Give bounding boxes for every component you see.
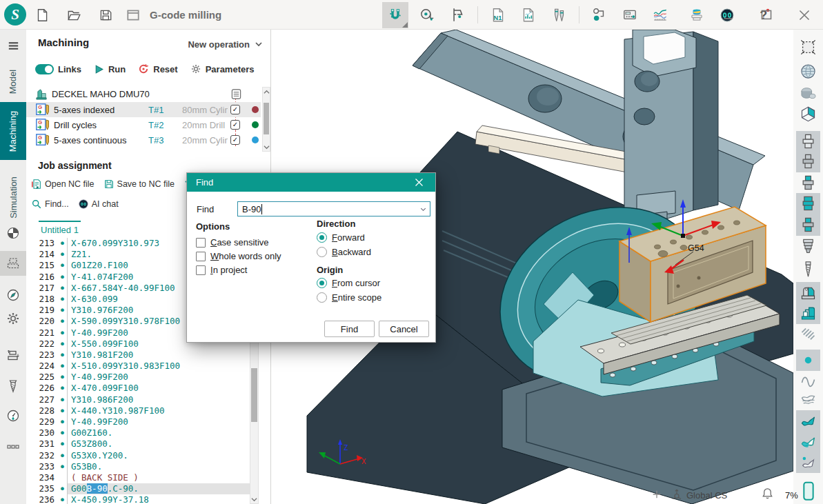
nc-program-icon[interactable]: N1 [486, 3, 510, 27]
gcode-text[interactable]: Y310.981F200 [67, 350, 250, 361]
close-icon[interactable] [411, 175, 426, 190]
chevron-down-icon[interactable] [419, 205, 427, 213]
surface-wire-icon[interactable] [796, 390, 820, 411]
save-to-nc-file-button[interactable]: Save to NC file [103, 179, 175, 190]
operation-row[interactable]: G5-axes continuousT#320mm Cylindrical✓ [26, 132, 261, 148]
zoom-level[interactable]: 7% [785, 490, 798, 501]
sphere-view-icon[interactable] [796, 61, 820, 82]
save-file-icon[interactable] [94, 3, 117, 27]
run-button[interactable]: Run [94, 64, 126, 74]
sidebar-tab-machining[interactable]: Machining [0, 102, 26, 160]
new-file-icon[interactable] [30, 3, 54, 27]
reset-button[interactable]: Reset [138, 63, 177, 74]
maximize-icon[interactable] [755, 3, 778, 27]
stock-transfer-icon[interactable] [0, 343, 26, 367]
cancel-button[interactable]: Cancel [379, 321, 429, 337]
gcode-text[interactable]: X-440.Y310.987F100 [67, 405, 250, 416]
scroll-up-icon[interactable] [263, 88, 270, 96]
gcode-text[interactable]: G53B0. [67, 461, 250, 472]
gauge-icon[interactable] [0, 403, 26, 428]
view-cube-icon[interactable] [796, 103, 820, 125]
scrollbar-thumb[interactable] [264, 103, 269, 134]
node-link-icon[interactable] [588, 3, 611, 27]
ai-chat-button[interactable]: AI chat [78, 199, 119, 210]
graph-analysis-icon[interactable] [648, 3, 672, 27]
tool-drill-icon[interactable] [796, 259, 820, 280]
chevron-down-icon[interactable] [255, 42, 262, 47]
links-toggle[interactable]: Links [35, 64, 81, 74]
find-input[interactable]: B-90 [237, 201, 430, 216]
gcode-text[interactable]: X-450.99Y-37.18 [67, 494, 250, 504]
radio-entire-scope[interactable]: Entire scope [317, 292, 381, 303]
document-tab[interactable]: G-code milling [121, 3, 221, 27]
caliper-icon[interactable] [446, 3, 469, 27]
notes-icon[interactable] [230, 88, 242, 100]
add-cs-icon[interactable] [651, 489, 662, 500]
gcode-text[interactable]: G53Z800. [67, 439, 250, 450]
close-icon[interactable] [793, 3, 816, 27]
find-button[interactable]: Find [324, 321, 375, 337]
radio-from-cursor[interactable]: From cursor [317, 278, 380, 288]
workpiece-icon[interactable] [0, 251, 26, 276]
holder-steel-icon[interactable] [796, 151, 820, 172]
point-icon[interactable] [796, 350, 820, 371]
checkbox-icon[interactable] [196, 238, 206, 248]
scrollbar-thumb[interactable] [251, 368, 257, 422]
gcode-text[interactable]: X-510.099Y310.983F100 [67, 361, 250, 372]
open-nc-file-button[interactable]: Open NC file [31, 179, 95, 190]
radio-icon[interactable] [317, 278, 327, 288]
toolpath-hatch-icon[interactable] [796, 324, 820, 345]
printer-3d-icon[interactable] [685, 3, 708, 27]
gcode-text[interactable]: G00Z160. [67, 427, 250, 439]
holder-teal-icon[interactable] [796, 193, 820, 214]
magnet-icon[interactable] [382, 2, 408, 28]
radio-forward[interactable]: Forward [317, 232, 365, 243]
hamburger-menu-icon[interactable] [0, 35, 26, 56]
bell-icon[interactable] [761, 487, 774, 500]
checkbox-icon[interactable] [196, 252, 206, 261]
radio-icon[interactable] [317, 247, 327, 257]
scroll-down-icon[interactable] [263, 143, 270, 151]
radio-backward[interactable]: Backward [317, 247, 371, 257]
curve-icon[interactable] [796, 369, 820, 390]
fixture-icon[interactable] [796, 282, 820, 303]
surface-dual-icon[interactable] [796, 431, 820, 452]
app-logo[interactable]: S [4, 3, 26, 26]
checkbox-in-project[interactable]: In project [196, 265, 248, 275]
calculator-icon[interactable] [618, 3, 642, 27]
compass-icon[interactable] [0, 283, 26, 308]
radio-icon[interactable] [317, 292, 327, 303]
more-dots-icon[interactable] [0, 434, 26, 459]
minimize-icon[interactable] [717, 3, 740, 27]
open-file-icon[interactable] [62, 3, 86, 27]
tape-measure-icon[interactable] [415, 3, 439, 27]
operations-scrollbar[interactable] [262, 87, 270, 152]
operation-checkbox[interactable]: ✓ [230, 105, 240, 114]
radio-icon[interactable] [317, 232, 327, 243]
holder-teal-top-icon[interactable] [796, 172, 820, 194]
find-button[interactable]: Find... [31, 199, 69, 210]
holder-teal-2-icon[interactable] [796, 214, 820, 236]
operation-checkbox[interactable]: ✓ [230, 135, 240, 145]
shaded-view-icon[interactable] [796, 83, 820, 104]
gcode-text[interactable]: Y310.986F200 [67, 394, 250, 405]
sidebar-tab-model[interactable]: Model [0, 61, 26, 102]
tools-drills-icon[interactable] [547, 3, 571, 27]
tab-untitled[interactable]: Untitled 1 [39, 221, 81, 237]
gcode-text[interactable]: G00B-90.C-90. [67, 483, 250, 494]
settings-gear-icon[interactable] [0, 306, 26, 331]
cutting-tool-icon[interactable] [0, 374, 26, 399]
cs-sphere-icon[interactable] [0, 221, 26, 245]
operation-checkbox[interactable]: ✓ [230, 120, 240, 130]
holder-outline-icon[interactable] [796, 131, 820, 152]
gcode-text[interactable]: G53X0.Y200. [67, 450, 250, 461]
global-cs-selector[interactable]: Global CS [686, 490, 727, 501]
checkbox-case-sensitive[interactable]: Case sensitive [196, 237, 269, 248]
gcode-text[interactable]: Y-40.99F200 [67, 416, 250, 427]
select-region-icon[interactable] [796, 37, 820, 58]
new-operation-button[interactable]: New operation [188, 39, 250, 50]
parameters-button[interactable]: Parameters [190, 63, 255, 74]
machine-row[interactable]: DECKEL MAHO DMU70 [26, 87, 261, 102]
sidebar-tab-simulation[interactable]: Simulation [0, 165, 26, 229]
coordinate-system-icon[interactable] [670, 487, 684, 501]
